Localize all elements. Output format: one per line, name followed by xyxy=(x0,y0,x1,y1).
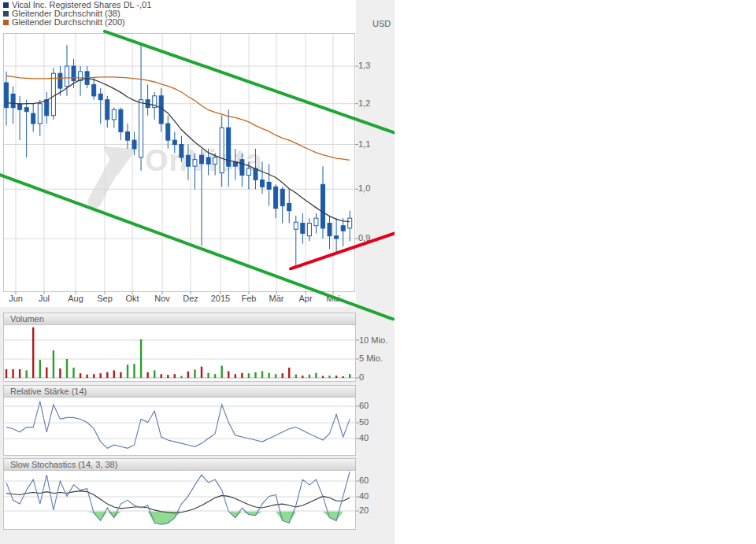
rsi-panel-title: Relative Stärke (14) xyxy=(10,387,87,396)
stoch-tick-label: 40 xyxy=(359,491,369,501)
legend-item-ma200: Gleitender Durchschnitt (200) xyxy=(3,18,125,26)
legend-item-instrument: Vical Inc. Registered Shares DL -,01 xyxy=(3,1,151,9)
x-tick-label: Mär xyxy=(261,294,292,303)
ma38-swatch xyxy=(3,11,9,17)
stoch-tick-label: 20 xyxy=(359,505,369,515)
price-tick-label: 0,9 xyxy=(358,233,370,242)
x-tick-label: Mai xyxy=(317,294,349,303)
stochastics-panel-title: Slow Stochastics (14, 3, 38) xyxy=(10,460,117,469)
rsi-tick-label: 60 xyxy=(359,401,369,410)
x-tick-label: Dez xyxy=(175,294,206,303)
rsi-panel-header: Relative Stärke (14) xyxy=(3,385,356,397)
chart-page: Vical Inc. Registered Shares DL -,01 Gle… xyxy=(0,0,756,544)
ma200-label: Gleitender Durchschnitt (200) xyxy=(12,17,125,27)
x-tick-label: Okt xyxy=(117,294,148,303)
price-tick-label: 1,3 xyxy=(358,61,370,70)
volume-panel-title: Volumen xyxy=(10,314,44,324)
price-tick-label: 1,1 xyxy=(358,139,370,149)
volume-tick-label: 10 Mio. xyxy=(359,335,387,345)
rsi-tick-label: 40 xyxy=(359,433,369,442)
volume-tick-label: 0 xyxy=(359,372,364,382)
rsi-chart-area xyxy=(3,397,356,456)
stochastics-panel-header: Slow Stochastics (14, 3, 38) xyxy=(3,458,356,470)
price-tick-label: 1,0 xyxy=(358,183,370,193)
rsi-tick-label: 50 xyxy=(359,417,369,427)
price-tick-label: 1,2 xyxy=(358,98,370,108)
stochastics-chart-area xyxy=(3,470,356,530)
price-chart-area xyxy=(3,33,355,292)
x-tick-label: Aug xyxy=(60,294,91,303)
x-tick-label: Jul xyxy=(28,294,60,303)
x-tick-label: Apr xyxy=(290,294,321,303)
x-tick-label: Nov xyxy=(146,294,178,303)
x-tick-label: Feb xyxy=(233,294,265,303)
instrument-swatch xyxy=(3,2,9,8)
x-tick-label: Sep xyxy=(89,294,120,303)
volume-tick-label: 5 Mio. xyxy=(359,353,383,363)
ma200-swatch xyxy=(3,20,9,25)
stoch-tick-label: 60 xyxy=(359,476,369,485)
volume-chart-area xyxy=(3,324,356,382)
x-tick-label: Jun xyxy=(0,294,32,303)
legend-item-ma38: Gleitender Durchschnitt (38) xyxy=(3,9,120,17)
volume-panel-header: Volumen xyxy=(3,313,356,324)
currency-label: USD xyxy=(372,19,391,28)
x-tick-label: 2015 xyxy=(205,294,236,303)
